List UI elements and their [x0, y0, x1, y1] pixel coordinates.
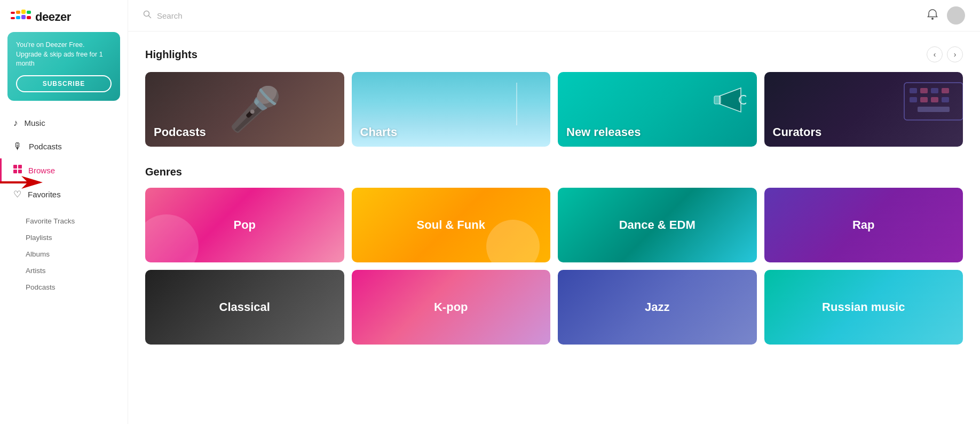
- sidebar-sub-label: Playlists: [26, 234, 52, 242]
- sidebar: deezer You're on Deezer Free. Upgrade & …: [0, 0, 128, 424]
- highlight-label-podcasts: Podcasts: [154, 125, 206, 139]
- svg-line-6: [149, 16, 151, 18]
- highlights-prev-button[interactable]: ‹: [927, 46, 943, 62]
- genre-card-pop[interactable]: Pop: [145, 188, 344, 262]
- svg-rect-1: [18, 165, 22, 169]
- genres-grid: Pop Soul & Funk Dance & EDM Rap Classica…: [145, 188, 963, 345]
- sidebar-item-label: Browse: [28, 166, 55, 175]
- highlights-nav-arrows: ‹ ›: [927, 46, 963, 62]
- highlight-card-podcasts[interactable]: 🎤 Podcasts: [145, 72, 344, 147]
- highlight-card-bg: Charts: [352, 72, 551, 147]
- search-icon: [143, 10, 152, 21]
- svg-point-7: [931, 18, 934, 20]
- genre-label-dance-edm: Dance & EDM: [619, 218, 696, 232]
- microphone-icon: 🎙: [13, 141, 22, 152]
- promo-card: You're on Deezer Free. Upgrade & skip ad…: [7, 32, 120, 101]
- logo-bar: [27, 11, 31, 14]
- sidebar-sub-item-albums[interactable]: Albums: [0, 246, 128, 262]
- genres-title: Genres: [145, 166, 182, 178]
- genre-card-soul-funk[interactable]: Soul & Funk: [352, 188, 551, 262]
- logo-bar: [27, 16, 31, 19]
- svg-rect-9: [714, 96, 721, 104]
- genre-label-rap: Rap: [852, 218, 875, 232]
- notifications-icon[interactable]: [927, 9, 938, 23]
- sidebar-item-podcasts[interactable]: 🎙 Podcasts: [0, 135, 128, 158]
- logo-bar: [11, 12, 15, 14]
- logo-bar: [21, 15, 26, 19]
- genre-card-dance-edm[interactable]: Dance & EDM: [558, 188, 757, 262]
- genre-label-soul-funk: Soul & Funk: [417, 218, 485, 232]
- svg-rect-0: [13, 165, 17, 169]
- highlight-card-new-releases[interactable]: New releases: [558, 72, 757, 147]
- main-content: Search Highlights ‹ › 🎤: [128, 0, 980, 424]
- highlight-card-charts[interactable]: Charts: [352, 72, 551, 147]
- genre-card-classical[interactable]: Classical: [145, 270, 344, 345]
- sidebar-sub-label: Podcasts: [26, 283, 56, 291]
- heart-icon: ♡: [13, 189, 21, 200]
- sidebar-item-music[interactable]: ♪ Music: [0, 111, 128, 135]
- grid-icon: [13, 165, 22, 176]
- music-icon: ♪: [13, 118, 18, 129]
- svg-rect-18: [931, 97, 938, 102]
- highlights-header: Highlights ‹ ›: [145, 46, 963, 62]
- genre-label-jazz: Jazz: [645, 300, 669, 314]
- subscribe-button[interactable]: SUBSCRIBE: [16, 75, 112, 92]
- svg-rect-2: [13, 170, 17, 173]
- genre-card-jazz[interactable]: Jazz: [558, 270, 757, 345]
- logo-bar: [21, 10, 26, 14]
- genres-header: Genres: [145, 166, 963, 178]
- sidebar-item-label: Music: [25, 118, 45, 127]
- svg-rect-13: [920, 88, 928, 93]
- svg-rect-15: [942, 88, 949, 93]
- deezer-logo-icon: [11, 10, 31, 25]
- nav-section: ♪ Music 🎙 Podcasts Browse: [0, 109, 128, 209]
- topbar-icons: [927, 6, 965, 25]
- sidebar-sub-item-playlists[interactable]: Playlists: [0, 229, 128, 246]
- favorites-sub-section: Favorite Tracks Playlists Albums Artists…: [0, 209, 128, 295]
- sidebar-item-label: Favorites: [28, 190, 61, 199]
- genre-card-russian-music[interactable]: Russian music: [764, 270, 963, 345]
- highlights-grid: 🎤 Podcasts Charts New releases: [145, 72, 963, 147]
- highlight-label-charts: Charts: [360, 125, 398, 139]
- genre-label-russian-music: Russian music: [822, 300, 905, 314]
- promo-text: You're on Deezer Free. Upgrade & skip ad…: [16, 41, 112, 69]
- svg-rect-14: [931, 88, 938, 93]
- genre-label-classical: Classical: [219, 300, 270, 314]
- logo-bar: [16, 11, 20, 14]
- highlight-card-curators[interactable]: Curators: [764, 72, 963, 147]
- svg-marker-4: [0, 176, 43, 189]
- keyboard-decoration: [902, 80, 963, 123]
- svg-rect-12: [910, 88, 917, 93]
- svg-rect-17: [920, 97, 928, 102]
- genre-label-pop: Pop: [233, 218, 256, 232]
- topbar: Search: [128, 0, 980, 31]
- app-name: deezer: [35, 10, 71, 24]
- genre-card-kpop[interactable]: K-pop: [352, 270, 551, 345]
- red-arrow-svg: [0, 175, 43, 190]
- sidebar-sub-label: Albums: [26, 250, 50, 258]
- svg-rect-20: [918, 107, 950, 112]
- svg-rect-3: [18, 170, 22, 173]
- search-placeholder[interactable]: Search: [157, 11, 183, 20]
- search-wrap: Search: [143, 10, 927, 21]
- sidebar-sub-label: Favorite Tracks: [26, 217, 75, 225]
- megaphone-decoration: [709, 83, 746, 115]
- highlight-label-curators: Curators: [773, 125, 822, 139]
- user-avatar[interactable]: [947, 6, 965, 25]
- genre-card-rap[interactable]: Rap: [764, 188, 963, 262]
- svg-rect-16: [910, 97, 917, 102]
- sidebar-item-label: Podcasts: [29, 142, 62, 151]
- sidebar-sub-label: Artists: [26, 267, 46, 275]
- logo-area: deezer: [0, 0, 128, 32]
- highlight-label-new-releases: New releases: [566, 125, 641, 139]
- rocket-decoration: [515, 83, 518, 125]
- content-area: Highlights ‹ › 🎤 Podcasts Charts: [128, 31, 980, 359]
- logo-bar: [11, 17, 15, 19]
- microphone-decoration: 🎤: [228, 84, 282, 134]
- sidebar-sub-item-artists[interactable]: Artists: [0, 262, 128, 279]
- highlights-title: Highlights: [145, 49, 197, 61]
- logo-bar: [16, 16, 20, 19]
- highlights-next-button[interactable]: ›: [947, 46, 963, 62]
- sidebar-sub-item-podcasts[interactable]: Podcasts: [0, 279, 128, 295]
- sidebar-sub-item-favorite-tracks[interactable]: Favorite Tracks: [0, 213, 128, 229]
